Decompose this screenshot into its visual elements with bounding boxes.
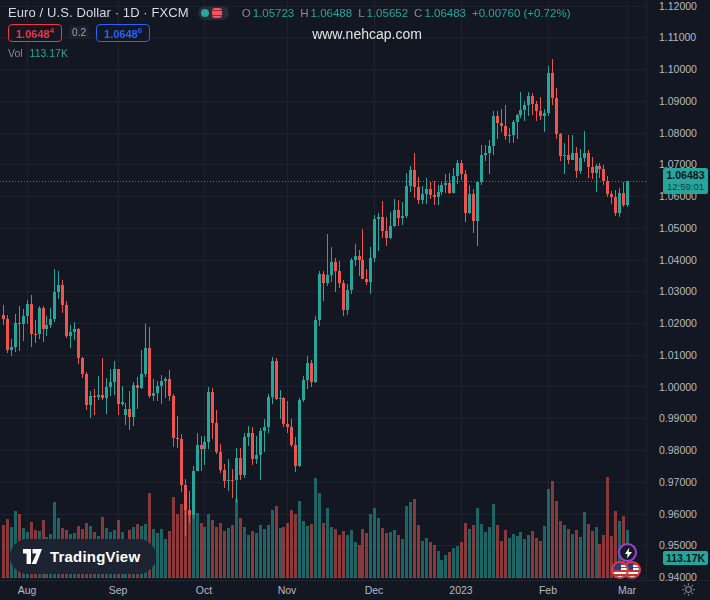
low-value: 1.05652 [367, 7, 409, 19]
high-value: 1.06488 [311, 7, 353, 19]
bar-countdown: 12:59:01 [663, 181, 708, 192]
price-axis-label: 1.04000 [659, 254, 697, 266]
watermark-text: www.nehcap.com [312, 26, 422, 42]
volume-legend: Vol 113.17K [8, 47, 68, 59]
us-flag-icon [611, 561, 629, 579]
price-axis-label: 1.10000 [659, 63, 697, 75]
market-status-toggle[interactable] [198, 6, 229, 20]
high-label: H [300, 7, 308, 19]
time-axis-label: Sep [109, 584, 128, 596]
price-axis-label: 0.97000 [659, 476, 697, 488]
last-price-value: 1.06483 [663, 169, 708, 181]
buy-ask-button[interactable]: 1.06486 [96, 24, 150, 42]
time-axis-label: 2023 [449, 584, 472, 596]
candlestick-volume-canvas[interactable] [0, 0, 646, 580]
tradingview-chart-window: Euro / U.S. Dollar · 1D · FXCM O1.05723 … [0, 0, 710, 600]
sell-bid-button[interactable]: 1.06484 [8, 24, 62, 42]
price-axis-label: 1.03000 [659, 285, 697, 297]
lightning-bolt-icon [625, 548, 632, 559]
sell-only-marker-icon [212, 8, 222, 18]
spread-value: 0.2 [69, 26, 89, 39]
price-axis-label: 1.12000 [659, 0, 697, 12]
tradingview-brand-text: TradingView [50, 548, 140, 565]
last-price-badge: 1.06483 12:59:01 [663, 168, 708, 194]
chart-legend: Euro / U.S. Dollar · 1D · FXCM O1.05723 … [8, 5, 570, 20]
price-axis-label: 1.08000 [659, 127, 697, 139]
close-value: 1.06483 [424, 7, 466, 19]
market-open-dot-icon [201, 9, 209, 17]
price-axis-label: 0.95000 [659, 539, 697, 551]
price-axis-label: 1.00000 [659, 381, 697, 393]
tradingview-mark-icon [23, 548, 42, 565]
open-value: 1.05723 [253, 7, 295, 19]
volume-axis-badge: 113.17K [663, 551, 708, 565]
price-axis-label: 0.98000 [659, 444, 697, 456]
flash-event-icon[interactable] [618, 543, 637, 562]
volume-label: Vol [8, 47, 23, 59]
time-axis-label: Aug [18, 584, 37, 596]
time-axis-label: Dec [365, 584, 384, 596]
price-axis-label: 1.05000 [659, 222, 697, 234]
price-axis-label: 1.02000 [659, 317, 697, 329]
price-axis-label: 1.09000 [659, 95, 697, 107]
low-label: L [358, 7, 364, 19]
symbol-title[interactable]: Euro / U.S. Dollar · 1D · FXCM [8, 5, 189, 20]
ohlc-readout: O1.05723 H1.06488 L1.05652 C1.06483 +0.0… [242, 7, 571, 19]
economic-events-icons[interactable] [611, 561, 647, 583]
price-axis-label: 1.01000 [659, 349, 697, 361]
volume-value: 113.17K [30, 47, 68, 59]
bid-ask-panel: 1.06484 0.2 1.06486 [8, 24, 150, 42]
open-label: O [242, 7, 251, 19]
price-axis-label: 0.99000 [659, 412, 697, 424]
chart-plot-area[interactable] [0, 0, 646, 580]
time-axis-label: Feb [539, 584, 557, 596]
price-axis-label: 0.96000 [659, 508, 697, 520]
time-axis-label: Nov [278, 584, 297, 596]
change-value: +0.00760 (+0.72%) [472, 7, 570, 19]
time-axis-label: Oct [196, 584, 212, 596]
time-axis[interactable]: AugSepOctNovDec2023FebMar [0, 581, 710, 600]
tradingview-logo[interactable]: TradingView [10, 539, 156, 574]
price-axis-label: 1.11000 [659, 31, 696, 43]
price-axis[interactable]: 1.06483 12:59:01 113.17K 1.120001.110001… [647, 0, 710, 580]
close-label: C [414, 7, 422, 19]
settings-gear-icon[interactable] [681, 582, 696, 597]
time-axis-label: Mar [618, 584, 636, 596]
